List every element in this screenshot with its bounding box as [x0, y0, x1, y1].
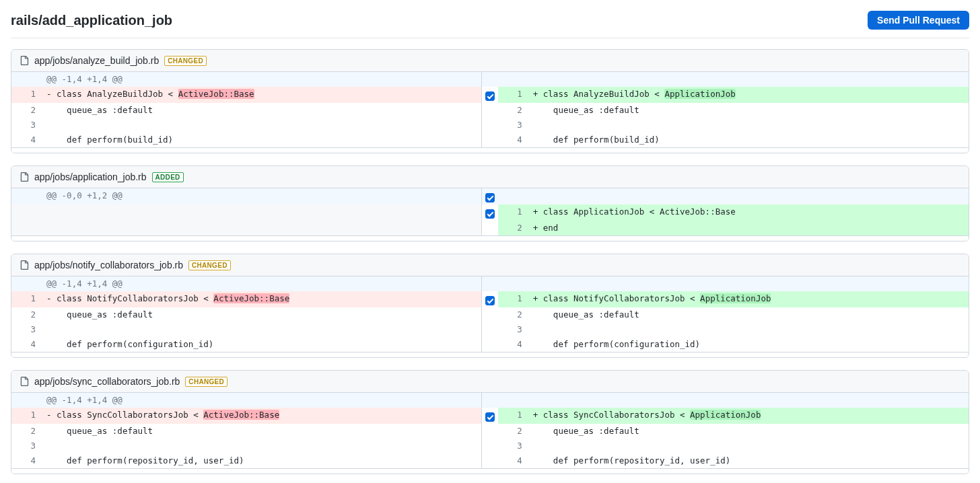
- line-number-left: 4: [11, 453, 42, 468]
- line-number-left: 4: [11, 133, 42, 147]
- hunk-header-row: @@ -1,4 +1,4 @@: [11, 393, 969, 408]
- line-checkbox[interactable]: [485, 91, 495, 101]
- diff-row: 4 def perform(build_id)4 def perform(bui…: [11, 133, 969, 147]
- file-diff: app/jobs/application_job.rbADDED@@ -0,0 …: [11, 165, 969, 241]
- code-left: [42, 322, 482, 337]
- diff-row: 2 queue_as :default2 queue_as :default: [11, 307, 969, 322]
- file-header[interactable]: app/jobs/application_job.rbADDED: [11, 166, 969, 188]
- diff-row: 2 queue_as :default2 queue_as :default: [11, 103, 969, 118]
- line-number-right: 2: [498, 424, 529, 439]
- code-right: def perform(build_id): [529, 133, 969, 147]
- file-icon: [20, 172, 29, 182]
- code-left: - class NotifyCollaboratorsJob < ActiveJ…: [42, 291, 482, 307]
- file-header[interactable]: app/jobs/analyze_build_job.rbCHANGED: [11, 50, 969, 72]
- line-number-right: 1: [498, 408, 529, 424]
- file-path: app/jobs/sync_collaborators_job.rb: [34, 376, 180, 387]
- diff-table: @@ -0,0 +1,2 @@1+ class ApplicationJob <…: [11, 188, 969, 235]
- file-path: app/jobs/notify_collaborators_job.rb: [34, 260, 183, 270]
- code-right: + class NotifyCollaboratorsJob < Applica…: [529, 291, 969, 307]
- file-path: app/jobs/application_job.rb: [34, 172, 147, 182]
- file-path: app/jobs/analyze_build_job.rb: [34, 55, 159, 66]
- hunk-header: @@ -1,4 +1,4 @@: [42, 276, 482, 291]
- code-left: queue_as :default: [42, 103, 482, 118]
- file-icon: [20, 376, 29, 387]
- diff-row: 33: [11, 118, 969, 133]
- send-pull-request-button[interactable]: Send Pull Request: [868, 11, 969, 30]
- status-badge-changed: CHANGED: [164, 56, 207, 66]
- added-token: ApplicationJob: [700, 293, 771, 303]
- diff-row: 2+ end: [11, 221, 969, 235]
- code-right: def perform(repository_id, user_id): [529, 453, 969, 468]
- line-number-right: 2: [498, 221, 529, 235]
- code-left: def perform(repository_id, user_id): [42, 453, 482, 468]
- code-right: [529, 322, 969, 337]
- code-left: [42, 118, 482, 133]
- diff-row: 1- class SyncCollaboratorsJob < ActiveJo…: [11, 408, 969, 424]
- line-number-right: 4: [498, 133, 529, 147]
- diff-row: 1- class AnalyzeBuildJob < ActiveJob::Ba…: [11, 87, 969, 103]
- line-number-left: [11, 221, 42, 235]
- diff-row: 33: [11, 439, 969, 453]
- line-number-right: 1: [498, 205, 529, 221]
- file-header[interactable]: app/jobs/sync_collaborators_job.rbCHANGE…: [11, 371, 969, 393]
- code-left: queue_as :default: [42, 424, 482, 439]
- hunk-checkbox[interactable]: [485, 193, 495, 202]
- line-number-right: 4: [498, 453, 529, 468]
- removed-token: ActiveJob::Base: [178, 89, 254, 99]
- line-checkbox[interactable]: [485, 209, 495, 219]
- line-number-right: 3: [498, 322, 529, 337]
- line-number-left: 4: [11, 337, 42, 352]
- diff-table: @@ -1,4 +1,4 @@1- class NotifyCollaborat…: [11, 276, 969, 352]
- line-number-left: 3: [11, 322, 42, 337]
- file-header[interactable]: app/jobs/notify_collaborators_job.rbCHAN…: [11, 254, 969, 276]
- hunk-header: @@ -0,0 +1,2 @@: [42, 188, 482, 205]
- file-diff: app/jobs/notify_collaborators_job.rbCHAN…: [11, 254, 969, 358]
- page-header: rails/add_application_job Send Pull Requ…: [11, 11, 969, 38]
- line-number-left: 3: [11, 439, 42, 453]
- file-footer: [11, 235, 969, 241]
- line-number-left: 1: [11, 87, 42, 103]
- line-checkbox[interactable]: [485, 296, 495, 305]
- code-left: queue_as :default: [42, 307, 482, 322]
- line-number-right: 1: [498, 87, 529, 103]
- hunk-header-row: @@ -0,0 +1,2 @@: [11, 188, 969, 205]
- file-icon: [20, 260, 29, 270]
- diff-row: 1+ class ApplicationJob < ActiveJob::Bas…: [11, 205, 969, 221]
- code-left: def perform(build_id): [42, 133, 482, 147]
- line-checkbox[interactable]: [485, 412, 495, 422]
- line-number-left: 1: [11, 408, 42, 424]
- code-right: + end: [529, 221, 969, 235]
- removed-token: ActiveJob::Base: [203, 410, 279, 420]
- line-number-left: 2: [11, 103, 42, 118]
- code-right: def perform(configuration_id): [529, 337, 969, 352]
- code-left: [42, 221, 482, 235]
- line-number-right: 3: [498, 118, 529, 133]
- diff-row: 1- class NotifyCollaboratorsJob < Active…: [11, 291, 969, 307]
- line-number-right: 4: [498, 337, 529, 352]
- line-number-left: 3: [11, 118, 42, 133]
- code-right: [529, 118, 969, 133]
- hunk-header-row: @@ -1,4 +1,4 @@: [11, 276, 969, 291]
- diff-row: 2 queue_as :default2 queue_as :default: [11, 424, 969, 439]
- code-left: [42, 205, 482, 221]
- code-left: - class AnalyzeBuildJob < ActiveJob::Bas…: [42, 87, 482, 103]
- code-right: queue_as :default: [529, 307, 969, 322]
- added-token: ApplicationJob: [690, 410, 761, 420]
- diff-table: @@ -1,4 +1,4 @@1- class SyncCollaborator…: [11, 393, 969, 468]
- line-number-left: 2: [11, 424, 42, 439]
- code-right: [529, 439, 969, 453]
- file-diff: app/jobs/sync_collaborators_job.rbCHANGE…: [11, 370, 969, 474]
- hunk-header: @@ -1,4 +1,4 @@: [42, 72, 482, 87]
- diff-table: @@ -1,4 +1,4 @@1- class AnalyzeBuildJob …: [11, 72, 969, 147]
- diff-row: 4 def perform(configuration_id)4 def per…: [11, 337, 969, 352]
- code-left: [42, 439, 482, 453]
- line-number-right: 1: [498, 291, 529, 307]
- line-number-left: [11, 205, 42, 221]
- status-badge-changed: CHANGED: [185, 377, 228, 387]
- status-badge-added: ADDED: [152, 172, 184, 182]
- file-footer: [11, 352, 969, 357]
- code-right: + class SyncCollaboratorsJob < Applicati…: [529, 408, 969, 424]
- code-right: + class AnalyzeBuildJob < ApplicationJob: [529, 87, 969, 103]
- line-number-left: 2: [11, 307, 42, 322]
- code-left: - class SyncCollaboratorsJob < ActiveJob…: [42, 408, 482, 424]
